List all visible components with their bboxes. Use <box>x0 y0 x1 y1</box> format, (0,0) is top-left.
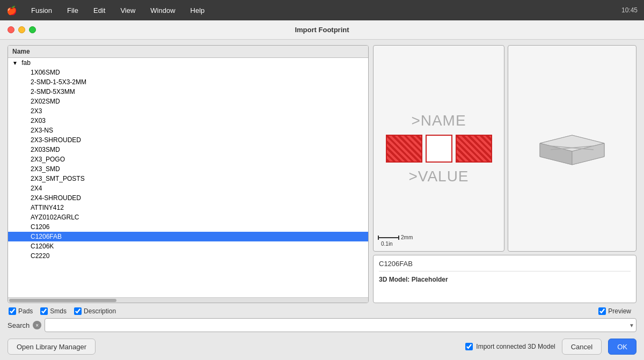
bottom-controls: Pads Smds Description Preview Search × <box>8 307 636 332</box>
traffic-lights <box>8 26 36 33</box>
tree-item[interactable]: 2X3-SHROUDED <box>8 135 368 145</box>
menubar-right: 10:45 <box>621 6 638 14</box>
footer-left: Open Library Manager <box>8 339 96 355</box>
tree-item[interactable]: 2X03SMD <box>8 145 368 155</box>
fp-name-text: >NAME <box>411 112 466 129</box>
smds-checkbox-item[interactable]: Smds <box>40 307 67 315</box>
search-row: Search × ▼ <box>8 318 636 332</box>
checkboxes-row: Pads Smds Description Preview <box>8 307 636 315</box>
dialog-title-bar: Import Footprint <box>0 20 644 40</box>
tree-item[interactable]: 2X4 <box>8 183 368 193</box>
fp-ruler-label-mm: 2mm <box>401 234 413 240</box>
ok-button[interactable]: OK <box>608 339 636 355</box>
open-library-manager-button[interactable]: Open Library Manager <box>8 339 96 355</box>
menu-fusion[interactable]: Fusion <box>28 5 55 16</box>
maximize-button[interactable] <box>29 26 36 33</box>
expand-icon: ▼ <box>12 60 18 66</box>
tree-item-selected[interactable]: C1206FAB <box>8 232 368 241</box>
clock: 10:45 <box>621 6 638 14</box>
horizontal-scrollbar[interactable] <box>8 297 368 303</box>
info-panel: C1206FAB 3D Model: Placeholder <box>373 255 636 303</box>
tree-item[interactable]: 2X3_SMD <box>8 164 368 174</box>
tree-item[interactable]: 2X4-SHROUDED <box>8 193 368 203</box>
tree-item[interactable]: C1206 <box>8 222 368 232</box>
search-clear-button[interactable]: × <box>33 321 41 329</box>
menu-help[interactable]: Help <box>187 5 208 16</box>
close-button[interactable] <box>8 26 14 33</box>
right-panel: >NAME >VALUE 2mm <box>373 45 636 303</box>
fp-ruler-bar <box>378 237 399 238</box>
dialog-body: Name ▼ fab 1X06SMD 2-SMD-1-5X3-2MM 2-SMD… <box>0 40 644 360</box>
smds-checkbox[interactable] <box>40 307 48 315</box>
menu-window[interactable]: Window <box>147 5 178 16</box>
tree-item[interactable]: C2220 <box>8 251 368 261</box>
dialog-title: Import Footprint <box>295 26 349 34</box>
fp-value-text: >VALUE <box>408 168 469 185</box>
footer-row: Open Library Manager Import connected 3D… <box>8 336 636 355</box>
tree-root[interactable]: ▼ fab <box>8 58 368 68</box>
description-checkbox[interactable] <box>74 307 82 315</box>
pads-label: Pads <box>18 307 33 315</box>
fp-ruler-line-in: 0.1in <box>378 241 413 247</box>
pads-checkbox-item[interactable]: Pads <box>9 307 33 315</box>
tree-item[interactable]: 2-SMD-5X3MM <box>8 87 368 97</box>
tree-item[interactable]: 2X3 <box>8 106 368 116</box>
minimize-button[interactable] <box>18 26 25 33</box>
tree-body[interactable]: ▼ fab 1X06SMD 2-SMD-1-5X3-2MM 2-SMD-5X3M… <box>8 58 368 297</box>
tree-item[interactable]: AYZ0102AGRLC <box>8 212 368 222</box>
import-3d-checkbox-item[interactable]: Import connected 3D Model <box>465 343 555 350</box>
menu-view[interactable]: View <box>117 5 138 16</box>
preview-checkbox[interactable] <box>598 307 606 315</box>
info-model-label: 3D Model: <box>379 276 409 283</box>
menubar: 🍎 Fusion File Edit View Window Help 10:4… <box>0 0 644 20</box>
import-3d-checkbox[interactable] <box>465 343 473 350</box>
description-checkbox-item[interactable]: Description <box>74 307 116 315</box>
menu-edit[interactable]: Edit <box>90 5 108 16</box>
tree-item[interactable]: 2X03 <box>8 116 368 126</box>
3d-model-preview <box>508 45 636 252</box>
fp-ruler-line-mm: 2mm <box>378 234 413 240</box>
3d-model-svg <box>529 127 615 170</box>
search-label: Search <box>8 321 30 329</box>
tree-item[interactable]: 2-SMD-1-5X3-2MM <box>8 77 368 87</box>
info-footprint-name: C1206FAB <box>379 260 631 271</box>
fp-pads <box>386 135 492 163</box>
footprint-preview: >NAME >VALUE 2mm <box>373 45 504 252</box>
import-3d-label: Import connected 3D Model <box>476 343 555 350</box>
tree-item[interactable]: C1206K <box>8 241 368 251</box>
fp-pad-left <box>386 135 422 163</box>
pads-checkbox[interactable] <box>9 307 16 315</box>
tree-item[interactable]: 1X06SMD <box>8 68 368 77</box>
search-input[interactable] <box>45 318 636 332</box>
left-panel: Name ▼ fab 1X06SMD 2-SMD-1-5X3-2MM 2-SMD… <box>8 45 369 303</box>
description-label: Description <box>84 307 116 315</box>
preview-top: >NAME >VALUE 2mm <box>373 45 636 252</box>
main-row: Name ▼ fab 1X06SMD 2-SMD-1-5X3-2MM 2-SMD… <box>8 45 636 303</box>
tree-item[interactable]: 2X3_SMT_POSTS <box>8 174 368 183</box>
fp-body-center <box>426 135 452 163</box>
search-dropdown-icon[interactable]: ▼ <box>629 322 634 328</box>
tree-item[interactable]: ATTINY412 <box>8 203 368 212</box>
search-input-wrap: ▼ <box>45 318 636 332</box>
dialog-backdrop: Import Footprint Name ▼ fab 1X06SMD 2-SM… <box>0 20 644 360</box>
info-model-value: Placeholder <box>412 276 448 283</box>
fp-ruler: 2mm 0.1in <box>378 234 413 247</box>
scrollbar-thumb[interactable] <box>9 299 116 302</box>
tree-item[interactable]: 2X3_POGO <box>8 155 368 164</box>
tree-header: Name <box>8 46 368 58</box>
fp-ruler-label-in: 0.1in <box>381 241 393 247</box>
preview-label: Preview <box>608 307 631 315</box>
fp-pad-right <box>456 135 492 163</box>
tree-item[interactable]: 2X02SMD <box>8 97 368 106</box>
info-model: 3D Model: Placeholder <box>379 276 631 283</box>
tree-item[interactable]: 2X3-NS <box>8 126 368 135</box>
smds-label: Smds <box>50 307 67 315</box>
cancel-button[interactable]: Cancel <box>562 339 602 355</box>
apple-menu[interactable]: 🍎 <box>6 5 17 16</box>
menu-file[interactable]: File <box>64 5 82 16</box>
preview-checkbox-item[interactable]: Preview <box>598 307 631 315</box>
footer-right: Import connected 3D Model Cancel OK <box>465 339 636 355</box>
